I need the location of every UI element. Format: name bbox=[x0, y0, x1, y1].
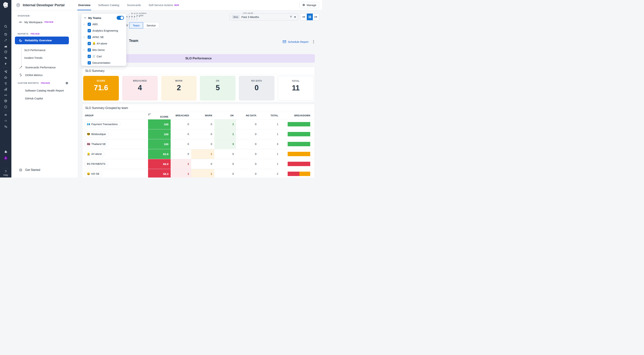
column-header-nodata[interactable]: NO DATA bbox=[236, 112, 259, 119]
breakdown-cell bbox=[280, 139, 315, 149]
nav-tab[interactable]: Scorecards bbox=[124, 0, 144, 10]
brand[interactable]: Internal Developer Portal bbox=[16, 3, 64, 8]
team-option[interactable]: › ✓ APAC SE bbox=[81, 34, 126, 40]
nav-tab[interactable]: Self-Service Actions NEW bbox=[146, 0, 182, 10]
sidebar-subitem-incident-trends[interactable]: Incident Trends bbox=[24, 56, 42, 59]
column-header-group[interactable]: GROUP bbox=[82, 112, 148, 119]
checkbox-checked-icon[interactable]: ✓ bbox=[88, 55, 91, 58]
team-option[interactable]: › ✓ Documentation bbox=[81, 60, 126, 66]
ok-cell: 0 bbox=[214, 159, 236, 169]
group-cell: 😎 Bitsboutique bbox=[82, 129, 148, 139]
pause-button[interactable] bbox=[307, 14, 313, 20]
manage-button[interactable]: Manage bbox=[300, 2, 319, 8]
help-icon[interactable]: ? bbox=[5, 170, 6, 174]
team-option[interactable]: › ✓ 🛒 Cart bbox=[81, 53, 126, 60]
team-chip[interactable]: 🇹🇭 Thailand SE bbox=[84, 141, 108, 147]
team-chip[interactable]: 👷 AY-alone bbox=[84, 151, 104, 157]
team-chip[interactable]: BS PAYMENTS bbox=[84, 161, 108, 167]
schedule-report-link[interactable]: Schedule Report bbox=[283, 40, 308, 43]
copilot-sparkles-icon[interactable] bbox=[4, 38, 8, 42]
team-emoji: 💶 bbox=[87, 123, 90, 126]
nav-tab[interactable]: Software Catalog bbox=[96, 0, 122, 10]
chevron-right-icon[interactable]: › bbox=[84, 35, 86, 38]
chevron-right-icon[interactable]: › bbox=[84, 22, 86, 26]
help-label[interactable]: Help bbox=[3, 174, 8, 176]
chevron-right-icon[interactable]: › bbox=[84, 48, 86, 51]
checkbox-checked-icon[interactable]: ✓ bbox=[88, 29, 91, 32]
nodata-cell: 0 bbox=[236, 129, 259, 139]
breakdown-segment bbox=[288, 172, 300, 176]
column-header-breakdown[interactable]: BREAKDOWN bbox=[280, 112, 315, 119]
my-teams-toggle[interactable] bbox=[117, 16, 124, 20]
checkbox-checked-icon[interactable]: ✓ bbox=[88, 61, 91, 64]
filter-select[interactable]: incident-state * ▾ bbox=[137, 14, 137, 20]
sidebar-item-my-workspace[interactable]: </> My Workspace PREVIEW bbox=[19, 20, 54, 24]
column-header-total[interactable]: TOTAL bbox=[259, 112, 280, 119]
column-header-warn[interactable]: WARN bbox=[191, 112, 214, 119]
datadog-logo[interactable] bbox=[0, 0, 12, 10]
kebab-menu-icon[interactable] bbox=[312, 39, 315, 44]
rewind-button[interactable] bbox=[300, 14, 307, 20]
integrations-puzzle-icon[interactable] bbox=[4, 150, 8, 154]
workflows-icon[interactable] bbox=[4, 88, 8, 91]
ci-cycle-icon[interactable] bbox=[4, 50, 8, 54]
checkbox-checked-icon[interactable]: ✓ bbox=[88, 36, 91, 39]
checkbox-checked-icon[interactable]: ✓ bbox=[88, 22, 91, 26]
logs-icon[interactable] bbox=[4, 82, 8, 85]
team-chip[interactable]: 😎 Bitsboutique bbox=[84, 131, 109, 137]
sidebar-item-github-copilot[interactable]: GitHub Copilot bbox=[25, 97, 43, 100]
table-row: 💶 Payment Transactions 100 0 0 1 0 bbox=[82, 119, 315, 129]
column-header-breached[interactable]: BREACHED bbox=[171, 112, 191, 119]
nav-tab[interactable]: Overview bbox=[76, 0, 93, 10]
rewind-icon bbox=[302, 16, 305, 18]
checkbox-checked-icon[interactable]: ✓ bbox=[88, 42, 91, 45]
user-avatar[interactable] bbox=[3, 156, 8, 160]
search-icon[interactable] bbox=[4, 24, 8, 28]
sidebar-item-get-started[interactable]: Get Started bbox=[19, 168, 40, 172]
total-cell: 1 bbox=[259, 149, 280, 159]
error-tracking-bug-icon[interactable] bbox=[4, 113, 8, 117]
security-shield-icon[interactable] bbox=[4, 99, 8, 103]
software-catalog-layers-icon[interactable] bbox=[4, 56, 8, 60]
column-header-ok[interactable]: OK bbox=[214, 112, 236, 119]
column-header-score[interactable]: SCORE bbox=[148, 112, 171, 119]
team-option-text: Analytics Engineering bbox=[92, 29, 118, 32]
chevron-down-icon[interactable]: ▾ bbox=[294, 15, 296, 19]
checkbox-checked-icon[interactable]: ✓ bbox=[88, 48, 91, 52]
service-map-hexagons-icon[interactable] bbox=[4, 70, 8, 74]
fast-forward-button[interactable] bbox=[313, 14, 319, 20]
metrics-icon[interactable] bbox=[4, 44, 8, 48]
slo-gauge-icon[interactable] bbox=[4, 119, 8, 122]
team-option[interactable]: › ✓ Analytics Engineering bbox=[81, 28, 126, 34]
log-explorer-icon[interactable] bbox=[4, 125, 8, 128]
group-cell: 💶 Payment Transactions bbox=[82, 119, 148, 129]
team-chip[interactable]: 💶 Payment Transactions bbox=[84, 121, 120, 127]
time-range-picker[interactable]: UTC-04:00 3mo Past 3 Months ▾ bbox=[230, 14, 298, 20]
pin-icon[interactable] bbox=[290, 16, 292, 18]
sidebar-item-dora-metrics[interactable]: DORA Metrics bbox=[19, 73, 42, 77]
sidebar-item-reliability-overview[interactable]: Reliability Overview bbox=[15, 36, 69, 44]
team-chip[interactable]: 😀 KR-SE bbox=[84, 171, 102, 177]
group-by-option[interactable]: Team bbox=[129, 22, 143, 28]
sidebar-item-software-catalog-health-report[interactable]: Software Catalog Health Report bbox=[25, 89, 64, 92]
port-logo-icon bbox=[16, 3, 20, 8]
history-icon[interactable] bbox=[4, 32, 8, 36]
cloud-cost-icon[interactable]: $ bbox=[4, 76, 8, 80]
custom-reports-settings-button[interactable] bbox=[65, 82, 68, 85]
sidebar-subitem-slo-performance[interactable]: SLO Performance bbox=[24, 49, 46, 52]
time-range-inner: 3mo Past 3 Months ▾ bbox=[230, 14, 298, 20]
dropdown-header[interactable]: My Teams bbox=[81, 14, 126, 21]
breakdown-cell bbox=[280, 159, 315, 169]
session-replay-icon[interactable] bbox=[4, 105, 8, 109]
team-option[interactable]: › ✓ ABS bbox=[81, 21, 126, 28]
svg-text:$: $ bbox=[5, 77, 6, 78]
team-option[interactable]: › ✓ 👷 AY-alone bbox=[81, 40, 126, 47]
chevron-down-icon: ▾ bbox=[132, 16, 132, 18]
team-option[interactable]: › ✓ Bits Demo bbox=[81, 47, 126, 53]
apm-infinity-icon[interactable] bbox=[4, 93, 8, 97]
sidebar-item-scorecards-performance[interactable]: Scorecards Performance bbox=[19, 66, 56, 69]
total-cell: 1 bbox=[259, 159, 280, 169]
actions-bolt-icon[interactable] bbox=[4, 62, 8, 66]
group-by-option[interactable]: Service bbox=[143, 22, 159, 28]
breakdown-segment bbox=[300, 172, 310, 176]
